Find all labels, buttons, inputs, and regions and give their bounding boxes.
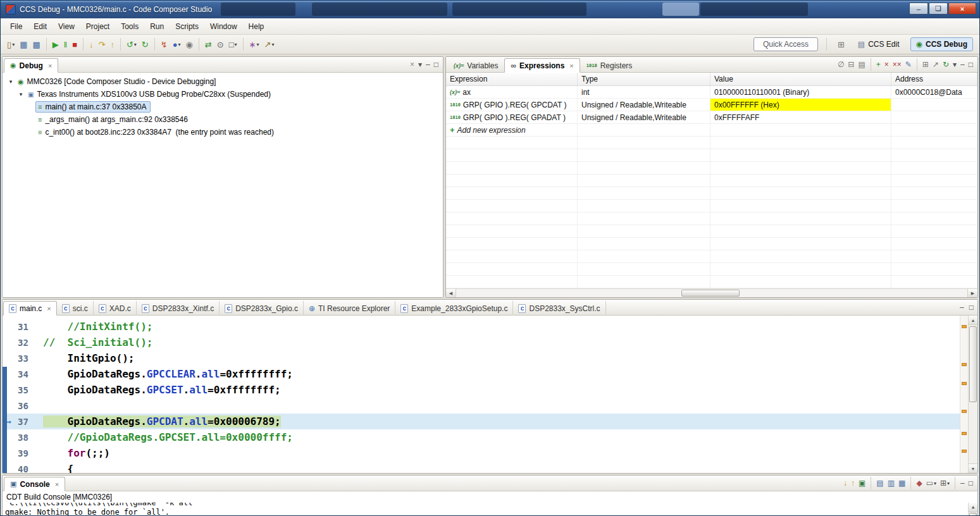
scroll-up-icon[interactable]: ▲ bbox=[969, 503, 977, 512]
pin-console-button[interactable]: ◆ bbox=[914, 477, 924, 489]
remove-all-terminated-button[interactable]: × bbox=[408, 58, 416, 71]
flash-button[interactable]: ↯ bbox=[158, 37, 170, 52]
expression-row[interactable]: 1010GRP( GPIO ).REG( GPADAT )Unsigned / … bbox=[446, 111, 977, 124]
close-button[interactable]: × bbox=[948, 3, 976, 15]
perspective-ccs-edit[interactable]: ▤ CCS Edit bbox=[852, 37, 905, 51]
scrollbar-thumb[interactable] bbox=[681, 290, 740, 297]
menu-scripts[interactable]: Scripts bbox=[170, 20, 204, 34]
debug-tree-item[interactable]: ≡_args_main() at args_main.c:92 0x338546 bbox=[3, 113, 443, 126]
remove-all-expressions-button[interactable]: ×× bbox=[891, 58, 903, 71]
skip-breakpoints-button[interactable]: ∗▾ bbox=[247, 37, 262, 52]
menu-run[interactable]: Run bbox=[144, 20, 170, 34]
tab-variables[interactable]: (x)=Variables bbox=[447, 58, 504, 73]
expression-cell[interactable]: +Add new expression bbox=[446, 124, 578, 136]
breakpoints-button[interactable]: ●▾ bbox=[170, 37, 183, 52]
maximize-button[interactable]: ❏ bbox=[929, 3, 948, 15]
expression-row[interactable]: 1010GRP( GPIO ).REG( GPCDAT )Unsigned / … bbox=[446, 99, 977, 111]
menu-edit[interactable]: Edit bbox=[28, 20, 53, 34]
import-button[interactable]: ⊞ bbox=[921, 58, 931, 71]
tab-example-2833xgpiosetup-c[interactable]: cExample_2833xGpioSetup.c bbox=[395, 301, 513, 316]
layout-button[interactable]: ▤ bbox=[856, 58, 867, 71]
step-into-button[interactable]: ↓ bbox=[87, 37, 96, 52]
view-menu-button[interactable]: ▾ bbox=[951, 58, 958, 71]
tab-dsp2833x-xintf-c[interactable]: cDSP2833x_Xintf.c bbox=[137, 301, 220, 316]
debug-tree-item[interactable]: ≡c_int00() at boot28.inc:223 0x3384A7 (t… bbox=[3, 126, 443, 138]
maximize-button[interactable]: □ bbox=[967, 58, 975, 71]
profile-button[interactable]: ◉ bbox=[183, 37, 195, 52]
scrollbar-thumb[interactable] bbox=[969, 513, 977, 516]
step-over-button[interactable]: ↷ bbox=[96, 37, 108, 52]
previous-annotation-button[interactable]: ↑ bbox=[849, 477, 857, 489]
maximize-button[interactable]: □ bbox=[969, 303, 974, 312]
tab-expressions[interactable]: ∞Expressions× bbox=[504, 58, 580, 73]
close-icon[interactable]: × bbox=[569, 62, 573, 70]
minimize-button[interactable]: – bbox=[960, 303, 964, 312]
debug-launch-tree[interactable]: ▾◉MMC0326 [Code Composer Studio - Device… bbox=[3, 73, 443, 297]
menu-project[interactable]: Project bbox=[80, 20, 115, 34]
minimize-button[interactable]: – bbox=[909, 3, 928, 15]
close-icon[interactable]: × bbox=[47, 305, 51, 312]
remove-expression-button[interactable]: × bbox=[883, 58, 891, 71]
horizontal-scrollbar[interactable]: ◀ ▶ bbox=[446, 288, 977, 297]
tab-dsp2833x-gpio-c[interactable]: cDSP2833x_Gpio.c bbox=[220, 301, 304, 316]
pause-button[interactable]: ‖ bbox=[61, 37, 70, 52]
occurrence-marker[interactable] bbox=[962, 410, 967, 413]
restart-button[interactable]: ↻ bbox=[139, 37, 151, 52]
expressions-table[interactable]: (x)=axint0100000110110001 (Binary)0x0000… bbox=[446, 86, 977, 288]
open-perspective-button[interactable]: ⊞ bbox=[835, 37, 847, 52]
occurrence-marker[interactable] bbox=[962, 363, 967, 366]
tab-dsp2833x-sysctrl-c[interactable]: cDSP2833x_SysCtrl.c bbox=[513, 301, 605, 316]
expression-row[interactable]: (x)=axint0100000110110001 (Binary)0x0000… bbox=[446, 86, 977, 99]
tab-registers[interactable]: 1010Registers bbox=[580, 58, 639, 73]
minimize-button[interactable]: – bbox=[958, 58, 967, 71]
scroll-lock-button[interactable]: ▥ bbox=[886, 477, 896, 489]
new-button[interactable]: ▯▾ bbox=[4, 37, 17, 52]
occurrence-marker[interactable] bbox=[962, 382, 967, 385]
save-all-button[interactable]: ▩ bbox=[30, 37, 42, 52]
tab-main-c[interactable]: cmain.c× bbox=[3, 301, 57, 316]
value-cell[interactable]: 0xFFFFFAFF bbox=[710, 111, 891, 123]
occurrence-marker[interactable] bbox=[962, 450, 967, 453]
menu-help[interactable]: Help bbox=[243, 20, 270, 34]
word-wrap-button[interactable]: ▤ bbox=[874, 477, 885, 489]
menu-view[interactable]: View bbox=[53, 20, 80, 34]
chevron-expanded-icon[interactable]: ▾ bbox=[16, 91, 25, 97]
export-button[interactable]: ↗ bbox=[931, 58, 941, 71]
clear-console-button[interactable]: ▦ bbox=[896, 477, 907, 489]
scrollbar-track[interactable] bbox=[969, 512, 977, 516]
column-header-type[interactable]: Type bbox=[578, 73, 710, 85]
perspective-ccs-debug[interactable]: ◉ CCS Debug bbox=[910, 37, 973, 51]
expression-cell[interactable]: 1010GRP( GPIO ).REG( GPCDAT ) bbox=[446, 99, 578, 111]
tab-ti-resource-explorer[interactable]: ⊕TI Resource Explorer bbox=[304, 301, 395, 316]
tab-sci-c[interactable]: csci.c bbox=[57, 301, 94, 316]
maximize-button[interactable]: □ bbox=[432, 58, 440, 71]
menu-tools[interactable]: Tools bbox=[115, 20, 144, 34]
scroll-right-icon[interactable]: ▶ bbox=[967, 289, 977, 297]
save-button[interactable]: ▦ bbox=[17, 37, 30, 52]
display-console-button[interactable]: ▭▾ bbox=[924, 477, 938, 489]
collapse-all-button[interactable]: ⊟ bbox=[846, 58, 856, 71]
open-console-button[interactable]: ⊞▾ bbox=[938, 477, 952, 489]
resume-button[interactable]: ▶ bbox=[50, 37, 61, 52]
close-icon[interactable]: × bbox=[48, 62, 52, 70]
occurrence-marker[interactable] bbox=[962, 325, 967, 328]
vertical-scrollbar[interactable]: ▲ ▼ bbox=[968, 316, 977, 473]
column-header-expression[interactable]: Expression bbox=[446, 73, 578, 85]
scroll-down-icon[interactable]: ▼ bbox=[969, 464, 977, 473]
value-cell[interactable] bbox=[710, 124, 891, 136]
tab-console[interactable]: ▣Console× bbox=[4, 477, 65, 491]
minimize-button[interactable]: – bbox=[958, 477, 967, 489]
scroll-left-icon[interactable]: ◀ bbox=[446, 289, 456, 297]
overview-ruler[interactable] bbox=[960, 316, 968, 473]
step-return-button[interactable]: ↑ bbox=[108, 37, 117, 52]
expression-cell[interactable]: (x)=ax bbox=[446, 86, 578, 98]
pin-button[interactable]: ↗▾ bbox=[261, 37, 276, 52]
quick-access-button[interactable]: Quick Access bbox=[754, 37, 818, 51]
scrollbar-thumb[interactable] bbox=[969, 326, 977, 402]
code-editor[interactable]: 31 //InitXintf();32// Sci_initial();33 I… bbox=[3, 316, 977, 473]
code-lines[interactable]: 31 //InitXintf();32// Sci_initial();33 I… bbox=[3, 316, 960, 473]
occurrence-marker[interactable] bbox=[962, 432, 967, 435]
terminate-button[interactable]: ■ bbox=[70, 37, 80, 52]
refresh-button[interactable]: ↻ bbox=[941, 58, 951, 71]
value-cell[interactable]: 0x00FFFFFF (Hex) bbox=[710, 99, 891, 111]
